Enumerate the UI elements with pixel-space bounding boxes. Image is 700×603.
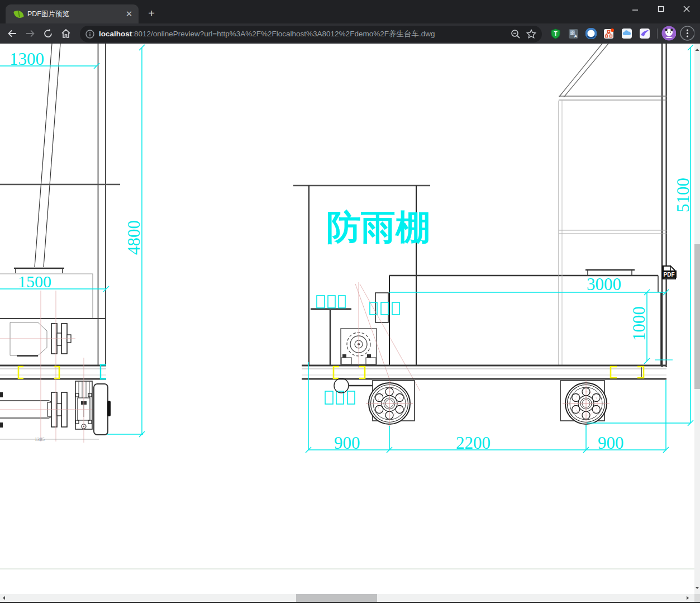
star-outline-icon[interactable] <box>526 29 536 39</box>
tab-bar: PDF图片预览 ✕ + <box>0 0 700 23</box>
minimize-icon <box>632 6 639 12</box>
svg-text:T: T <box>554 31 557 37</box>
horizontal-scrollbar[interactable] <box>0 594 700 602</box>
window-close-button[interactable] <box>674 0 699 18</box>
svg-text:A: A <box>574 34 577 39</box>
cloud-extension-icon[interactable] <box>620 26 634 41</box>
dim-900-left: 900 <box>334 433 360 453</box>
bird-extension-icon[interactable] <box>637 26 652 41</box>
pdf-badge-text: PDF <box>664 272 675 278</box>
scroll-right-arrow-icon[interactable] <box>685 594 691 602</box>
scroll-left-arrow-icon[interactable] <box>1 594 7 602</box>
tab-title: PDF图片预览 <box>27 10 124 19</box>
tab-pdf-preview[interactable]: PDF图片预览 ✕ <box>6 4 139 23</box>
canopy-label: 防雨棚 <box>326 208 430 246</box>
vertical-scrollbar[interactable] <box>694 44 700 594</box>
back-button[interactable] <box>4 26 20 41</box>
url-text: localhost:8012/onlinePreview?url=http%3A… <box>99 29 505 39</box>
three-dot-menu-icon <box>680 26 694 41</box>
close-icon <box>683 6 690 12</box>
scroll-up-arrow-icon[interactable] <box>694 47 700 53</box>
tab-close-icon[interactable]: ✕ <box>124 9 134 19</box>
dim-1300: 1300 <box>9 49 44 69</box>
scrollbar-corner <box>694 594 700 602</box>
forward-arrow-icon <box>25 28 36 39</box>
browser-toolbar: localhost:8012/onlinePreview?url=http%3A… <box>0 23 700 44</box>
three-dot-menu-button[interactable] <box>680 26 694 40</box>
red-badge-extension-icon[interactable] <box>602 26 616 41</box>
reload-button[interactable] <box>40 26 56 41</box>
left-view-dimensions <box>0 45 145 439</box>
forward-button[interactable] <box>22 26 38 41</box>
address-bar[interactable]: localhost:8012/onlinePreview?url=http%3A… <box>80 26 542 42</box>
wheel-right <box>563 380 609 427</box>
ocean-circle-extension-icon[interactable] <box>584 26 598 41</box>
maximize-icon <box>658 6 664 12</box>
dim-5100: 5100 <box>673 178 693 212</box>
browser-window: PDF图片预览 ✕ + localhost:8012/onlinePrev <box>0 0 700 603</box>
dim-1500: 1500 <box>18 272 51 291</box>
shield-extension-icon[interactable]: T <box>548 26 563 41</box>
right-structure <box>559 44 666 367</box>
home-icon <box>60 28 72 39</box>
dim-3000: 3000 <box>587 274 621 294</box>
minimize-button[interactable] <box>622 0 648 18</box>
url-rest: :8012/onlinePreview?url=http%3A%2F%2Floc… <box>132 30 435 38</box>
vertical-scroll-thumb[interactable] <box>694 244 700 389</box>
main-rail <box>302 365 666 379</box>
home-button[interactable] <box>58 26 74 41</box>
dim-2200: 2200 <box>456 433 491 453</box>
reload-icon <box>42 28 54 39</box>
url-host: localhost <box>99 30 132 38</box>
toolbar-separator <box>657 29 658 39</box>
cad-drawing: 1300 1500 4800 1385 防雨棚 <box>0 44 694 594</box>
left-view-axle-assembly <box>0 381 111 435</box>
info-icon <box>85 30 94 39</box>
horizontal-scroll-thumb[interactable] <box>296 594 377 602</box>
translate-extension-icon[interactable]: 文A <box>566 26 580 41</box>
scroll-down-arrow-icon[interactable] <box>694 585 700 591</box>
pdf-preview-page: 1300 1500 4800 1385 防雨棚 <box>0 44 694 594</box>
maximize-button[interactable] <box>648 0 674 18</box>
dim-1385: 1385 <box>35 436 45 442</box>
main-dimensions <box>306 45 693 453</box>
back-arrow-icon <box>7 28 18 39</box>
pdf-file-icon: PDF <box>661 266 677 279</box>
zoom-out-magnifier-icon[interactable] <box>511 29 521 39</box>
new-tab-button[interactable]: + <box>144 7 159 21</box>
spring-leaf-icon <box>13 8 24 19</box>
dim-1000: 1000 <box>629 306 649 341</box>
left-view-structure <box>0 44 120 365</box>
profile-avatar[interactable] <box>661 26 676 40</box>
dim-900-right: 900 <box>598 433 624 453</box>
dim-4800: 4800 <box>124 220 144 255</box>
left-view-rail <box>0 365 106 379</box>
